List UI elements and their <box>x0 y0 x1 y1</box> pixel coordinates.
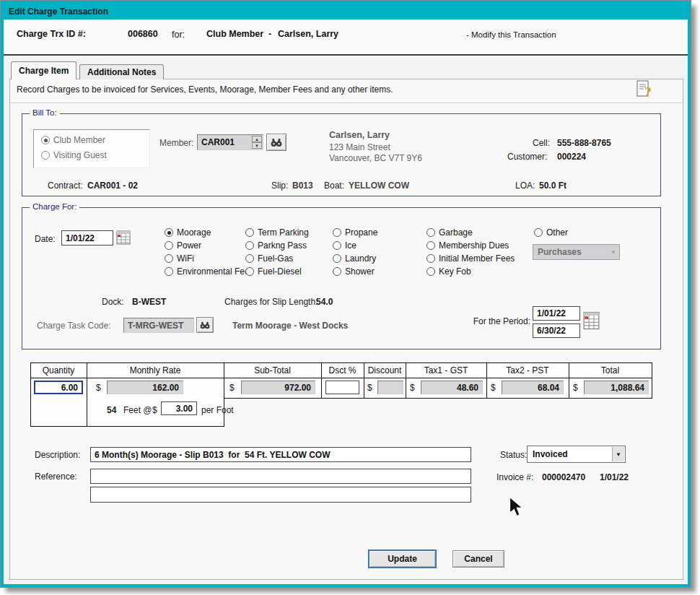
tab-charge-item[interactable]: Charge Item <box>11 61 76 79</box>
sub-total-field: 972.00 <box>241 381 315 394</box>
calendar-icon <box>583 311 600 330</box>
chevron-down-icon: ▼ <box>611 249 616 256</box>
spinner-up-icon[interactable]: ▲ <box>252 136 262 142</box>
slip-value: B013 <box>292 181 313 191</box>
title-bar[interactable]: Edit Charge Transaction <box>4 4 688 19</box>
binoculars-icon <box>199 321 211 329</box>
cancel-button[interactable]: Cancel <box>452 550 504 568</box>
loa-label: LOA: <box>515 181 535 191</box>
radio-moorage[interactable]: Moorage <box>165 227 211 238</box>
chevron-down-icon[interactable]: ▼ <box>612 447 624 461</box>
dialog-window: Edit Charge Transaction Charge Trx ID #:… <box>1 1 691 587</box>
radio-environmental-fee[interactable]: Environmental Fee <box>165 266 250 277</box>
member-code-spinner[interactable]: ▲ ▼ <box>252 136 262 149</box>
charge-for-group: Charge For: Date: 1/01/22 Moorage Power … <box>22 207 661 349</box>
radio-key-fob[interactable]: Key Fob <box>426 266 471 277</box>
rate-suffix: per Foot <box>201 405 234 415</box>
radio-ice[interactable]: Ice <box>333 240 356 251</box>
cell-label: Cell: <box>533 138 550 148</box>
col-header-tax1: Tax1 - GST <box>406 365 486 375</box>
table-grid-line <box>224 398 652 399</box>
reference-label: Reference: <box>35 472 77 482</box>
rate-per-foot-field[interactable]: 3.00 <box>161 401 197 415</box>
table-grid-line <box>652 362 652 399</box>
calendar-icon <box>116 230 131 245</box>
dock-label: Dock: <box>102 297 124 307</box>
radio-dot <box>165 254 173 263</box>
trx-id-value: 006860 <box>128 29 158 39</box>
currency-symbol: $ <box>410 383 415 393</box>
update-button[interactable]: Update <box>368 550 437 568</box>
radio-dot <box>333 241 341 250</box>
radio-visiting-guest[interactable]: Visiting Guest <box>41 150 107 160</box>
radio-membership-dues[interactable]: Membership Dues <box>426 240 509 251</box>
dsct-pct-input[interactable] <box>325 381 359 394</box>
customer-number: 000224 <box>557 152 586 162</box>
currency-symbol: $ <box>229 383 235 393</box>
radio-dot <box>245 228 254 237</box>
date-field[interactable]: 1/01/22 <box>61 230 113 246</box>
tab-additional-notes[interactable]: Additional Notes <box>79 64 164 79</box>
invoice-label: Invoice #: <box>496 472 533 482</box>
radio-club-member[interactable]: Club Member <box>41 135 105 145</box>
notes-input[interactable] <box>90 487 471 503</box>
col-header-monthly-rate: Monthly Rate <box>87 365 224 375</box>
address-line2: Vancouver, BC V7T 9Y6 <box>329 153 422 163</box>
period-calendar-button[interactable] <box>583 311 600 333</box>
cell-number: 555-888-8765 <box>557 138 611 148</box>
intro-text: Record Charges to be invoiced for Servic… <box>17 84 393 95</box>
date-calendar-button[interactable] <box>116 230 131 248</box>
member-name: Carlsen, Larry <box>278 29 338 39</box>
radio-parkng-pass[interactable]: Parkng Pass <box>245 240 307 251</box>
radio-dot <box>165 241 173 250</box>
member-search-button[interactable] <box>266 134 286 151</box>
total-field: 1,088.64 <box>584 381 649 394</box>
invoice-date: 1/01/22 <box>600 472 629 482</box>
currency-symbol: $ <box>573 383 578 393</box>
description-input[interactable] <box>90 447 471 462</box>
help-icon[interactable]: ? <box>636 79 653 101</box>
member-type-panel: Club Member Visiting Guest <box>33 129 150 168</box>
currency-symbol: $ <box>491 383 496 393</box>
quantity-input[interactable] <box>34 381 83 394</box>
contract-label: Contract: <box>48 181 83 191</box>
radio-other[interactable]: Other <box>534 227 568 238</box>
transaction-header: Charge Trx ID #: 006860 for: Club Member… <box>4 19 688 56</box>
radio-fuel-diesel[interactable]: Fuel-Diesel <box>245 266 302 277</box>
radio-fuel-gas[interactable]: Fuel-Gas <box>245 253 293 264</box>
task-code-field: T-MRG-WEST <box>123 318 194 333</box>
spinner-down-icon[interactable]: ▼ <box>252 142 262 149</box>
radio-shower[interactable]: Shower <box>333 266 375 277</box>
name-separator: - <box>268 29 271 39</box>
description-label: Description: <box>35 450 80 460</box>
boat-label: Boat: <box>324 181 344 191</box>
radio-initial-member-fees[interactable]: Initial Member Fees <box>426 253 515 264</box>
currency-symbol: $ <box>96 383 101 393</box>
svg-text:?: ? <box>644 85 651 98</box>
status-select[interactable]: Invoiced ▼ <box>527 446 626 463</box>
tax1-field: 48.60 <box>421 381 483 394</box>
radio-wifi[interactable]: WiFi <box>165 253 194 264</box>
col-header-tax2: Tax2 - PST <box>486 365 569 375</box>
radio-term-parking[interactable]: Term Parking <box>245 227 309 238</box>
period-start-field[interactable]: 1/01/22 <box>533 306 580 321</box>
radio-garbage[interactable]: Garbage <box>426 227 473 238</box>
period-end-field[interactable]: 6/30/22 <box>533 323 580 338</box>
radio-dot <box>534 228 543 237</box>
bill-to-legend: Bill To: <box>30 108 60 117</box>
radio-power[interactable]: Power <box>165 240 201 251</box>
mouse-cursor <box>509 496 525 521</box>
loa-value: 50.0 Ft <box>539 181 566 191</box>
radio-propane[interactable]: Propane <box>333 227 377 238</box>
task-code-label: Charge Task Code: <box>37 321 111 331</box>
member-label: Member: <box>159 138 193 148</box>
task-code-search-button[interactable] <box>196 317 214 333</box>
table-grid-line <box>30 362 652 363</box>
radio-dot <box>426 241 435 250</box>
col-header-total: Total <box>569 365 652 375</box>
contract-value: CAR001 - 02 <box>87 181 138 191</box>
reference-input[interactable] <box>90 469 471 484</box>
radio-dot <box>333 228 341 237</box>
radio-dot <box>426 267 435 276</box>
radio-laundry[interactable]: Laundry <box>333 253 376 264</box>
